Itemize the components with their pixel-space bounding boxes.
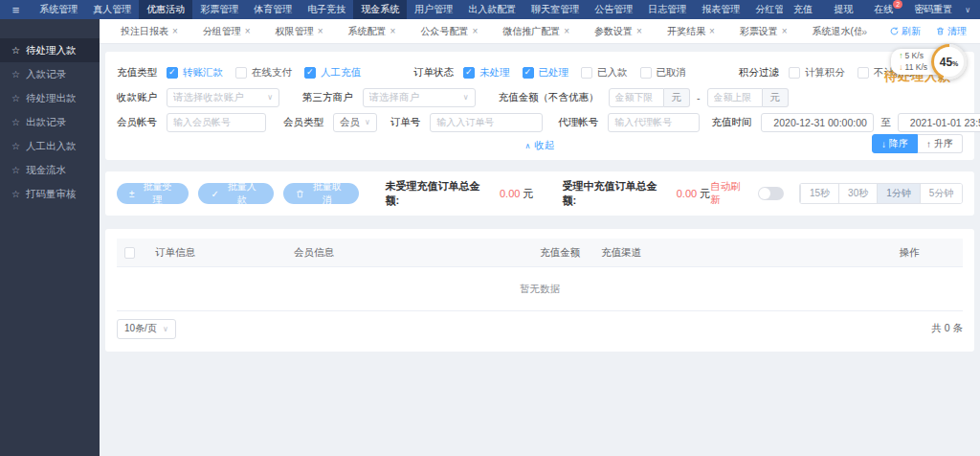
sidebar-item[interactable]: ☆ 待处理出款	[0, 86, 100, 110]
nav-menu-label: 用户管理	[414, 3, 453, 16]
page-tab[interactable]: 微信推广配置 ×	[495, 25, 577, 38]
nav-menu-item[interactable]: 出入款配置	[460, 0, 523, 19]
page-tab[interactable]: 投注日报表 ×	[113, 25, 186, 38]
amount-max-input[interactable]	[707, 88, 763, 107]
checkbox-option[interactable]: 未处理	[463, 66, 510, 80]
nav-online[interactable]: 在线 2	[863, 0, 903, 19]
sidebar-item[interactable]: ☆ 待处理入款	[0, 38, 100, 62]
checkbox-option[interactable]: 转账汇款	[167, 66, 223, 80]
page-tab[interactable]: 公众号配置 ×	[412, 25, 485, 38]
page-tab[interactable]: 参数设置 ×	[587, 25, 650, 38]
tab-label: 系统配置	[348, 25, 387, 38]
page-tab[interactable]: 权限管理 ×	[268, 25, 331, 38]
online-count-badge: 2	[893, 0, 902, 9]
nav-menu-item[interactable]: 报表管理	[694, 0, 747, 19]
page-tab[interactable]: 分组管理 ×	[195, 25, 258, 38]
nav-menu-item[interactable]: 体育管理	[246, 0, 300, 19]
auto-refresh-toggle[interactable]	[758, 187, 784, 200]
nav-menu-item[interactable]: 真人管理	[85, 0, 139, 19]
tab-close-icon[interactable]: ×	[318, 26, 323, 36]
col-recharge-channel: 充值渠道	[588, 246, 856, 260]
progress-ring[interactable]: 45%	[931, 44, 967, 80]
select-all-checkbox[interactable]	[124, 247, 135, 259]
refresh-button[interactable]: 刷新	[890, 25, 921, 38]
orders-table-panel: 订单信息 会员信息 充值金额 充值渠道 操作 暂无数据 10条/页 ∨ 共 0 …	[105, 229, 974, 352]
sort-asc-button[interactable]: ↑ 升序	[918, 134, 963, 153]
checkbox-option[interactable]: 已入款	[581, 66, 628, 80]
checkbox-option[interactable]: 人工充值	[304, 66, 361, 80]
empty-state: 暂无数据	[117, 267, 963, 311]
third-party-select[interactable]: 请选择商户 ∨	[363, 88, 476, 107]
receive-account-select[interactable]: 请选择收款账户 ∨	[167, 88, 279, 107]
nav-menu-item[interactable]: 公告管理	[587, 0, 640, 19]
start-time-picker[interactable]: 2020-12-31 00:00:00	[761, 113, 874, 132]
nav-menu-item[interactable]: 聊天室管理	[523, 0, 587, 19]
nav-recharge[interactable]: 充值	[783, 0, 823, 19]
checkbox-icon	[858, 67, 869, 79]
tab-close-icon[interactable]: ×	[172, 26, 178, 36]
nav-menu-item[interactable]: 彩票管理	[192, 0, 246, 19]
nav-menu-item[interactable]: 电子竞技	[300, 0, 353, 19]
nav-menu-item[interactable]: 系统管理	[32, 0, 85, 19]
tab-close-icon[interactable]: ×	[390, 26, 396, 36]
sidebar-item-label: 出款记录	[26, 116, 66, 129]
batch-deposit-button[interactable]: ✓ 批量入款	[198, 183, 273, 204]
page-tab[interactable]: 彩票设置 ×	[732, 25, 795, 38]
page-size-select[interactable]: 10条/页 ∨	[117, 319, 176, 339]
checkbox-option[interactable]: 在线支付	[235, 66, 292, 80]
sidebar-item[interactable]: ☆ 出款记录	[0, 110, 100, 134]
page-tab[interactable]: 开奖结果 ×	[659, 25, 723, 38]
batch-accept-button[interactable]: ± 批量受理	[117, 183, 189, 204]
sidebar-item[interactable]: ☆ 打码量审核	[0, 182, 100, 206]
interval-button[interactable]: 1分钟	[877, 184, 920, 203]
clear-button[interactable]: 清理	[936, 25, 967, 38]
checkbox-option[interactable]: 已处理	[523, 66, 569, 80]
tab-close-icon[interactable]: ×	[709, 26, 715, 36]
agent-account-input[interactable]	[608, 113, 700, 132]
nav-menu-item[interactable]: 日志管理	[640, 0, 694, 19]
nav-menu-item[interactable]: 现金系统	[353, 0, 407, 19]
table-footer: 10条/页 ∨ 共 0 条	[117, 311, 963, 346]
more-tabs-icon[interactable]: »	[861, 26, 867, 37]
tab-close-icon[interactable]: ×	[245, 26, 251, 36]
nav-password-reset[interactable]: 密码重置	[903, 0, 963, 19]
tab-close-icon[interactable]: ×	[636, 26, 642, 36]
nav-menu-item[interactable]: 优惠活动	[139, 0, 192, 19]
nav-menu-item[interactable]: 分红管理	[747, 0, 783, 19]
interval-button[interactable]: 30秒	[838, 184, 877, 203]
hamburger-icon[interactable]: ≡	[0, 0, 32, 19]
amount-min-input[interactable]	[609, 88, 664, 107]
collapse-toggle[interactable]: ∧ 收起	[525, 139, 555, 152]
member-type-select[interactable]: 会员 ∨	[333, 113, 377, 132]
page-tab[interactable]: 系统退水(信用) ×	[805, 25, 861, 38]
batch-toolbar: ± 批量受理 ✓ 批量入款 批量取消 未受理充值订单总金额: 0.00 元 受理…	[105, 171, 974, 216]
star-icon: ☆	[11, 45, 20, 56]
checkbox-option[interactable]: 计算积分	[789, 66, 845, 80]
nav-menu-label: 报表管理	[702, 3, 740, 16]
checkbox-option[interactable]: 已取消	[640, 66, 687, 80]
order-no-input[interactable]	[430, 113, 543, 132]
sidebar-item[interactable]: ☆ 现金流水	[0, 158, 100, 182]
batch-cancel-button[interactable]: 批量取消	[283, 183, 359, 204]
member-account-input[interactable]	[167, 113, 266, 132]
sort-button-group: ↓ 降序 ↑ 升序	[872, 134, 963, 153]
sidebar-item[interactable]: ☆ 人工出入款	[0, 134, 100, 158]
sort-asc-icon: ↑	[926, 139, 931, 149]
star-icon: ☆	[11, 165, 20, 175]
sort-desc-button[interactable]: ↓ 降序	[872, 134, 918, 153]
nav-withdraw[interactable]: 提现	[823, 0, 863, 19]
user-menu-chevron-icon[interactable]: ∨	[963, 0, 980, 19]
tab-close-icon[interactable]: ×	[564, 26, 569, 36]
end-time-picker[interactable]: 2021-01-01 23:59:59	[898, 113, 980, 132]
interval-button[interactable]: 15秒	[800, 184, 838, 203]
tab-label: 投注日报表	[121, 25, 168, 38]
tab-label: 权限管理	[276, 25, 314, 38]
accepting-amount-label: 受理中充值订单总金额:	[562, 179, 670, 208]
sidebar-item[interactable]: ☆ 入款记录	[0, 62, 100, 86]
order-status-label: 订单状态	[413, 66, 454, 80]
page-tab[interactable]: 系统配置 ×	[341, 25, 404, 38]
interval-button[interactable]: 5分钟	[920, 184, 963, 203]
tab-close-icon[interactable]: ×	[472, 26, 478, 36]
tab-close-icon[interactable]: ×	[782, 26, 788, 36]
nav-menu-item[interactable]: 用户管理	[407, 0, 460, 19]
